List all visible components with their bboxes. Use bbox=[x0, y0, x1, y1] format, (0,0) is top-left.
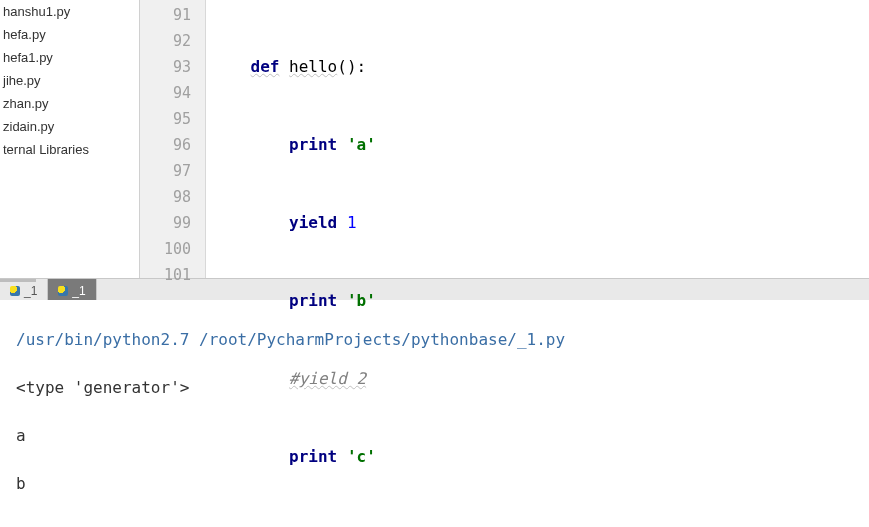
line-number: 99 bbox=[140, 210, 191, 236]
code-editor[interactable]: def hello(): print 'a' yield 1 print 'b'… bbox=[206, 0, 869, 278]
horizontal-scrollbar[interactable] bbox=[0, 279, 36, 282]
line-number: 100 bbox=[140, 236, 191, 262]
line-number: 91 bbox=[140, 2, 191, 28]
line-number: 95 bbox=[140, 106, 191, 132]
line-number: 97 bbox=[140, 158, 191, 184]
run-tab-active[interactable]: _1 bbox=[48, 279, 96, 300]
project-tree[interactable]: hanshu1.py hefa.py hefa1.py jihe.py zhan… bbox=[0, 0, 140, 278]
line-number: 92 bbox=[140, 28, 191, 54]
run-tab-label: _1 bbox=[72, 284, 85, 298]
line-number: 101 bbox=[140, 262, 191, 288]
tree-item-libraries[interactable]: ternal Libraries bbox=[0, 138, 139, 161]
tree-item[interactable]: zhan.py bbox=[0, 92, 139, 115]
line-number-gutter[interactable]: 91 92 93 94 95 96 97 98 99 100 101 bbox=[140, 0, 206, 278]
line-number: 94 bbox=[140, 80, 191, 106]
run-tab-label: _1 bbox=[24, 284, 37, 298]
python-icon bbox=[10, 286, 20, 296]
line-number: 93 bbox=[140, 54, 191, 80]
editor-area: hanshu1.py hefa.py hefa1.py jihe.py zhan… bbox=[0, 0, 869, 278]
line-number: 96 bbox=[140, 132, 191, 158]
tree-item[interactable]: hefa.py bbox=[0, 23, 139, 46]
line-number: 98 bbox=[140, 184, 191, 210]
tree-item[interactable]: zidain.py bbox=[0, 115, 139, 138]
python-icon bbox=[58, 286, 68, 296]
tree-item[interactable]: hefa1.py bbox=[0, 46, 139, 69]
run-tab[interactable]: _1 bbox=[0, 279, 48, 300]
tree-item[interactable]: jihe.py bbox=[0, 69, 139, 92]
tree-item[interactable]: hanshu1.py bbox=[0, 0, 139, 23]
